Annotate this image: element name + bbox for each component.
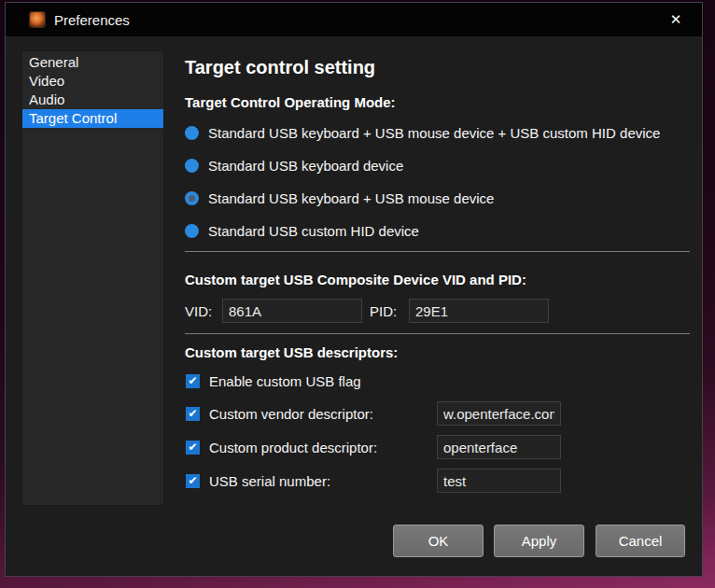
- pid-label: PID:: [370, 303, 397, 319]
- checkbox-label: Custom vendor descriptor:: [209, 406, 373, 422]
- radio-option-row[interactable]: Standard USB keyboard + USB mouse device…: [185, 125, 660, 141]
- vid-input[interactable]: [222, 299, 362, 323]
- cancel-button[interactable]: Cancel: [596, 525, 685, 557]
- sidebar-item-audio[interactable]: Audio: [22, 91, 163, 109]
- sidebar-item-general[interactable]: General: [22, 53, 163, 72]
- window-title: Preferences: [54, 12, 130, 28]
- radio-option-label: Standard USB keyboard device: [208, 158, 403, 174]
- product-descriptor-input[interactable]: [437, 435, 561, 459]
- radio-option-row[interactable]: Standard USB custom HID device: [185, 223, 419, 239]
- radio-button-unselected-icon[interactable]: [185, 224, 199, 238]
- target-control-page: Target control setting Target Control Op…: [180, 49, 690, 553]
- checkbox-label: USB serial number:: [209, 473, 330, 489]
- radio-option-row[interactable]: Standard USB keyboard + USB mouse device: [185, 190, 494, 206]
- radio-option-label: Standard USB custom HID device: [208, 223, 419, 239]
- vendor-descriptor-input[interactable]: [437, 401, 561, 426]
- sidebar-item-video[interactable]: Video: [22, 72, 163, 91]
- checkbox-checked-icon[interactable]: ✔: [186, 374, 200, 388]
- checkbox-checked-icon[interactable]: ✔: [186, 441, 200, 455]
- sidebar-item-target-control[interactable]: Target Control: [22, 109, 163, 128]
- radio-button-unselected-icon[interactable]: [185, 126, 199, 140]
- ok-button[interactable]: OK: [393, 525, 484, 557]
- radio-option-row[interactable]: Standard USB keyboard device: [185, 158, 403, 174]
- checkbox-row[interactable]: ✔ Custom product descriptor:: [186, 435, 377, 459]
- vid-label: VID:: [185, 303, 212, 319]
- serial-number-input[interactable]: [437, 469, 561, 493]
- app-icon: [29, 11, 46, 28]
- vid-pid-row: VID: PID:: [185, 299, 212, 323]
- preferences-dialog: Preferences ✕ General Video Audio Target…: [5, 2, 703, 577]
- titlebar[interactable]: Preferences ✕: [6, 3, 702, 36]
- checkbox-label: Custom product descriptor:: [209, 440, 377, 455]
- section-divider: [185, 333, 690, 334]
- radio-option-label: Standard USB keyboard + USB mouse device: [208, 190, 494, 206]
- apply-button[interactable]: Apply: [494, 525, 584, 557]
- pid-input[interactable]: [409, 299, 549, 323]
- section-divider: [185, 251, 690, 252]
- radio-button-unselected-icon[interactable]: [185, 159, 199, 173]
- checkbox-row[interactable]: ✔ Enable custom USB flag: [186, 373, 361, 389]
- radio-option-label: Standard USB keyboard + USB mouse device…: [208, 125, 660, 141]
- operating-mode-label: Target Control Operating Mode:: [185, 94, 396, 110]
- checkbox-checked-icon[interactable]: ✔: [186, 407, 200, 421]
- descriptors-section-label: Custom target USB descriptors:: [185, 344, 398, 360]
- radio-button-selected-icon[interactable]: [185, 191, 199, 205]
- close-icon[interactable]: ✕: [657, 3, 694, 36]
- checkbox-checked-icon[interactable]: ✔: [186, 474, 200, 488]
- vid-pid-section-label: Custom target USB Composite Device VID a…: [185, 272, 526, 287]
- page-title: Target control setting: [185, 57, 375, 78]
- category-list: General Video Audio Target Control: [21, 50, 164, 506]
- checkbox-row[interactable]: ✔ Custom vendor descriptor:: [186, 401, 373, 426]
- checkbox-label: Enable custom USB flag: [209, 373, 361, 389]
- checkbox-row[interactable]: ✔ USB serial number:: [186, 469, 330, 493]
